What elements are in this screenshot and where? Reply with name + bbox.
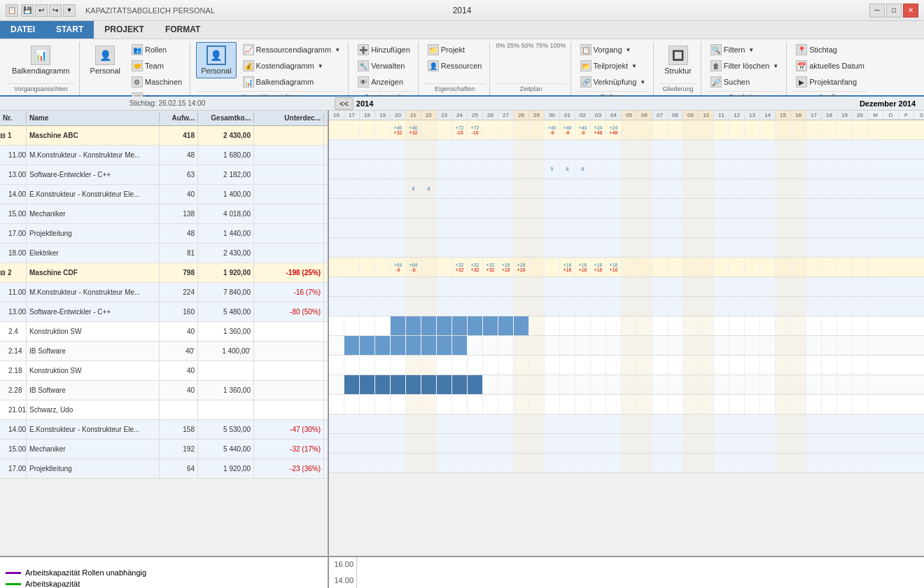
redo-icon[interactable]: ↪ — [49, 4, 62, 17]
table-row[interactable]: ⊟ 2 Maschine CDF 798 1 920,00 -198 (25%) — [0, 263, 328, 283]
rollen-button[interactable]: 👥 Rollen — [128, 42, 186, 57]
table-row[interactable]: 17.001 Projektleitung 64 1 920,00 -23 (3… — [0, 459, 328, 479]
nav-year: 2014 — [356, 99, 373, 108]
balkendiagramm-button[interactable]: 📊 Balkendiagramm — [7, 42, 75, 78]
anzeigen-button[interactable]: 👁 Anzeigen — [354, 74, 414, 90]
tab-format[interactable]: FORMAT — [155, 21, 211, 38]
gantt-cell — [668, 199, 683, 218]
gantt-cell: +32+32 — [483, 258, 498, 276]
verwalten-button[interactable]: 🔧 Verwalten — [354, 58, 414, 74]
suchen-button[interactable]: 🔎 Suchen — [707, 74, 782, 90]
gantt-cell — [652, 160, 668, 178]
gantt-cell — [853, 120, 868, 139]
kapazitaet-content: 👤 Personal 📈 Ressourcendiagramm ▼ 💰 Kost… — [196, 42, 344, 90]
gantt-cell — [421, 356, 437, 374]
gantt-cell — [375, 434, 391, 453]
table-row[interactable]: 15.001 Mechaniker 192 5 440,00 -32 (17%) — [0, 440, 328, 459]
gantt-cell — [729, 297, 745, 316]
save-icon[interactable]: 💾 — [21, 4, 34, 17]
teilprojekt-button[interactable]: 📂 Teilprojekt ▼ — [577, 58, 650, 74]
filter-loeschen-button[interactable]: 🗑 Filter löschen ▼ — [707, 58, 782, 74]
gantt-cell — [699, 414, 714, 433]
filtern-button[interactable]: 🔍 Filtern ▼ — [707, 42, 782, 57]
td-aufwand: 40 — [160, 381, 198, 400]
table-row[interactable]: 2.14 IB Software 40' 1 400,00' — [0, 342, 328, 361]
restore-button[interactable]: □ — [886, 4, 902, 18]
gantt-cell — [637, 375, 652, 394]
gantt-cell — [745, 395, 760, 414]
gantt-cell — [375, 258, 391, 276]
kap-balkendiagramm-button[interactable]: 📊 Balkendiagramm — [239, 74, 344, 90]
quick-access[interactable]: 💾 ↩ ↪ ▼ — [21, 4, 76, 17]
table-row[interactable]: 13.001 Software-Entwickler - C++ 63 2 18… — [0, 165, 328, 185]
gantt-cell — [606, 218, 622, 237]
bar-group — [695, 577, 710, 588]
ribbon-group-einfuegen: 📋 Vorgang ▼ 📂 Teilprojekt ▼ 🔗 Verknüpfun… — [573, 42, 654, 95]
table-row[interactable]: 18.001 Elektriker 81 2 430,00 — [0, 244, 328, 263]
gantt-cell — [837, 277, 853, 296]
gantt-cell — [776, 316, 791, 335]
struktur-icon: 🔲 — [668, 46, 688, 65]
title-bar-icons: 📋 💾 ↩ ↪ ▼ KAPAZITÄTSABGLEICH PERSONAL — [6, 4, 215, 17]
ressourcendiagramm-button[interactable]: 📈 Ressourcendiagramm ▼ — [239, 42, 344, 57]
vorgang-button[interactable]: 📋 Vorgang ▼ — [577, 42, 650, 57]
gantt-cell — [437, 277, 452, 296]
close-button[interactable]: ✕ — [903, 4, 918, 18]
gantt-cell — [575, 434, 591, 453]
table-row[interactable]: 11.001 M.Konstrukteur - Konstrukteur Me.… — [0, 146, 328, 165]
window-controls[interactable]: ─ □ ✕ — [869, 4, 918, 18]
gantt-cell — [652, 434, 668, 453]
verknuepfung-button[interactable]: 🔗 Verknüpfung ▼ — [577, 74, 650, 90]
kostendiagramm-button[interactable]: 💰 Kostendiagramm ▼ — [239, 58, 344, 74]
gantt-cell — [437, 434, 452, 453]
expand-icon[interactable]: ⊟ — [0, 132, 6, 139]
expand-icon[interactable]: ⊟ — [0, 270, 6, 276]
gantt-cell — [806, 140, 822, 159]
tab-start[interactable]: START — [46, 21, 94, 38]
projekt-button[interactable]: 📁 Projekt — [424, 42, 486, 57]
table-row[interactable]: 17.001 Projektleitung 48 1 440,00 — [0, 224, 328, 244]
gantt-cell — [421, 297, 437, 316]
personal-view-button[interactable]: 👤 Personal — [85, 42, 125, 78]
maschinen-button[interactable]: ⚙ Maschinen — [128, 74, 186, 90]
table-row[interactable]: 2.4 Konstruktion SW 40 1 360,00 — [0, 322, 328, 342]
table-row[interactable]: 11.001 M.Konstrukteur - Konstrukteur Me.… — [0, 283, 328, 302]
gantt-cell — [344, 258, 360, 276]
gantt-cell — [853, 140, 868, 159]
down-arrow-icon[interactable]: ▼ — [63, 4, 76, 17]
bar-group — [502, 577, 517, 588]
team-button[interactable]: 🤝 Team — [128, 58, 186, 74]
hinzufuegen-button[interactable]: ➕ Hinzufügen — [354, 42, 414, 57]
gantt-cell — [421, 316, 437, 335]
projektanfang-button[interactable]: ▶ Projektanfang — [792, 74, 868, 90]
kap-personal-button[interactable]: 👤 Personal — [196, 42, 236, 78]
right-pane[interactable]: 1617181920212223242526272829300102030405… — [329, 111, 924, 556]
tab-datei[interactable]: DATEI — [0, 21, 46, 38]
table-row[interactable]: 2.18 Konstruktion SW 40 — [0, 361, 328, 381]
gantt-cell — [468, 375, 483, 394]
tab-projekt[interactable]: PROJEKT — [94, 21, 155, 38]
gantt-cell — [606, 277, 622, 296]
day-number: 29 — [529, 111, 545, 120]
nav-prev[interactable]: << — [335, 97, 354, 110]
struktur-button[interactable]: 🔲 Struktur — [659, 42, 696, 78]
table-row[interactable]: 2.28 IB Software 40 1 360,00 — [0, 381, 328, 400]
td-nr: 15.001 — [0, 204, 27, 223]
table-row[interactable]: 15.001 Mechaniker 138 4 018,00 — [0, 204, 328, 224]
stichtag-button[interactable]: 📍 Stichtag — [792, 42, 868, 57]
aktuelles-datum-button[interactable]: 📅 aktuelles Datum — [792, 58, 868, 74]
undo-icon[interactable]: ↩ — [35, 4, 48, 17]
gantt-cell: 8 — [575, 160, 591, 178]
table-row[interactable]: 21.01 Schwarz, Udo — [0, 400, 328, 420]
table-row[interactable]: ⊟ 1 Maschine ABC 418 2 430,00 — [0, 126, 328, 146]
ressourcen-button[interactable]: 👤 Ressourcen — [424, 58, 486, 74]
gantt-cell — [360, 120, 375, 139]
table-row[interactable]: 14.001 E.Konstrukteur - Konstrukteur Ele… — [0, 420, 328, 440]
gantt-cell — [344, 375, 360, 394]
anzeigen-label: Anzeigen — [371, 78, 403, 86]
gantt-cell — [514, 356, 529, 374]
gantt-cell — [853, 199, 868, 218]
table-row[interactable]: 14.001 E.Konstrukteur - Konstrukteur Ele… — [0, 185, 328, 204]
minimize-button[interactable]: ─ — [869, 4, 885, 18]
table-row[interactable]: 13.001 Software-Entwickler - C++ 160 5 4… — [0, 302, 328, 322]
